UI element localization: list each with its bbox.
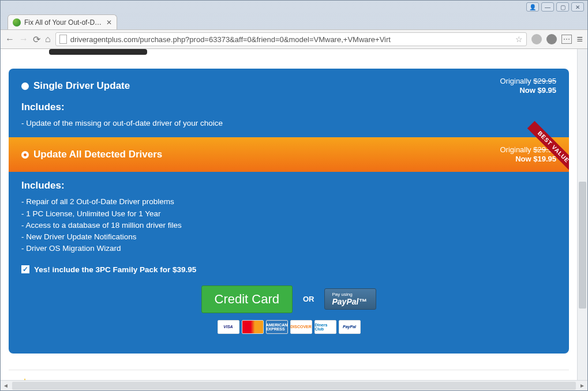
reload-button[interactable]: ⟳ <box>33 34 40 45</box>
option-all[interactable]: BEST VALUE Update All Detected Drivers O… <box>9 137 569 172</box>
family-pack-row[interactable]: ✓ Yes! include the 3PC Family Pack for $… <box>21 265 556 274</box>
browser-window: 👤 — ▢ ✕ Fix All of Your Out-of-Da… ✕ ← →… <box>0 0 588 391</box>
option-all-title: Update All Detected Drivers <box>33 149 162 160</box>
scroll-track[interactable] <box>12 382 576 390</box>
page-content: Single Driver Update Originally $29.95 N… <box>1 49 577 380</box>
scroll-right-icon[interactable]: ► <box>577 382 587 389</box>
maximize-button[interactable]: ▢ <box>556 2 569 12</box>
page-icon <box>59 35 67 44</box>
payment-cards: VISA AMERICAN EXPRESS DISCOVER Diners Cl… <box>21 320 556 345</box>
diners-icon: Diners Club <box>314 320 336 334</box>
includes-heading-1: Includes: <box>21 101 556 113</box>
family-pack-checkbox[interactable]: ✓ <box>21 265 29 273</box>
tab-bar: Fix All of Your Out-of-Da… ✕ <box>1 13 587 29</box>
list-item: Repair of all 2 Out-of-Date Driver probl… <box>21 196 556 208</box>
discover-icon: DISCOVER <box>290 320 312 334</box>
page-footer: ISFACTIO We have a 60 day Money Back Gua… <box>9 370 569 381</box>
payment-row: Credit Card OR Pay using PayPal™ <box>21 285 556 313</box>
purchase-card: Single Driver Update Originally $29.95 N… <box>9 69 569 354</box>
browser-tab[interactable]: Fix All of Your Out-of-Da… ✕ <box>8 14 117 29</box>
close-tab-icon[interactable]: ✕ <box>106 18 112 27</box>
decorative-bar <box>49 49 147 55</box>
visa-icon: VISA <box>218 320 239 334</box>
tab-title: Fix All of Your Out-of-Da… <box>24 18 103 27</box>
amex-icon: AMERICAN EXPRESS <box>266 320 288 334</box>
scroll-thumb[interactable] <box>579 182 586 309</box>
page-viewport: Single Driver Update Originally $29.95 N… <box>1 49 587 390</box>
favicon-icon <box>13 18 21 27</box>
close-window-button[interactable]: ✕ <box>571 2 584 12</box>
list-item: 1 PC License, Unlimited Use for 1 Year <box>21 208 556 220</box>
scroll-left-icon[interactable]: ◄ <box>1 382 11 389</box>
paypal-button[interactable]: Pay using PayPal™ <box>324 288 376 310</box>
home-button[interactable]: ⌂ <box>45 34 51 44</box>
menu-icon[interactable]: ≡ <box>576 33 583 46</box>
includes-list-1: Update of the missing or out-of-date dri… <box>21 118 556 129</box>
radio-single[interactable] <box>21 82 29 90</box>
extension-icon-1[interactable] <box>531 34 542 44</box>
list-item: Driver OS Migration Wizard <box>21 243 556 254</box>
or-label: OR <box>303 295 314 303</box>
list-item: Update of the missing or out-of-date dri… <box>21 118 556 129</box>
price-single: Originally $29.95 Now $9.95 <box>500 77 556 96</box>
option-all-details: Includes: Repair of all 2 Out-of-Date Dr… <box>9 172 569 353</box>
mastercard-icon <box>242 320 264 334</box>
includes-list-2: Repair of all 2 Out-of-Date Driver probl… <box>21 196 556 254</box>
address-bar[interactable]: driveragentplus.com/purchase.php?prod=63… <box>55 32 527 46</box>
includes-heading-2: Includes: <box>21 180 556 191</box>
credit-card-button[interactable]: Credit Card <box>201 285 293 313</box>
list-item: New Driver Update Notifications <box>21 231 556 243</box>
paypal-card-icon: PayPal <box>339 320 361 334</box>
forward-button[interactable]: → <box>19 34 28 44</box>
bookmark-star-icon[interactable]: ☆ <box>515 35 523 44</box>
option-single-title: Single Driver Update <box>33 80 130 92</box>
browser-toolbar: ← → ⟳ ⌂ driveragentplus.com/purchase.php… <box>1 29 587 49</box>
extension-icon-3[interactable]: ⋯ <box>561 35 572 44</box>
url-text: driveragentplus.com/purchase.php?prod=63… <box>70 35 514 44</box>
back-button[interactable]: ← <box>5 34 14 44</box>
family-pack-label: Yes! include the 3PC Family Pack for $39… <box>34 265 196 274</box>
radio-all[interactable] <box>21 151 29 159</box>
option-single[interactable]: Single Driver Update Originally $29.95 N… <box>9 69 569 137</box>
horizontal-scrollbar[interactable]: ◄ ► <box>1 380 587 390</box>
extension-icon-2[interactable] <box>546 34 557 44</box>
vertical-scrollbar[interactable] <box>577 49 587 380</box>
list-item: Access to a database of 18 million drive… <box>21 220 556 231</box>
window-titlebar: 👤 — ▢ ✕ <box>1 1 587 13</box>
minimize-button[interactable]: — <box>541 2 554 12</box>
user-icon[interactable]: 👤 <box>526 2 539 12</box>
